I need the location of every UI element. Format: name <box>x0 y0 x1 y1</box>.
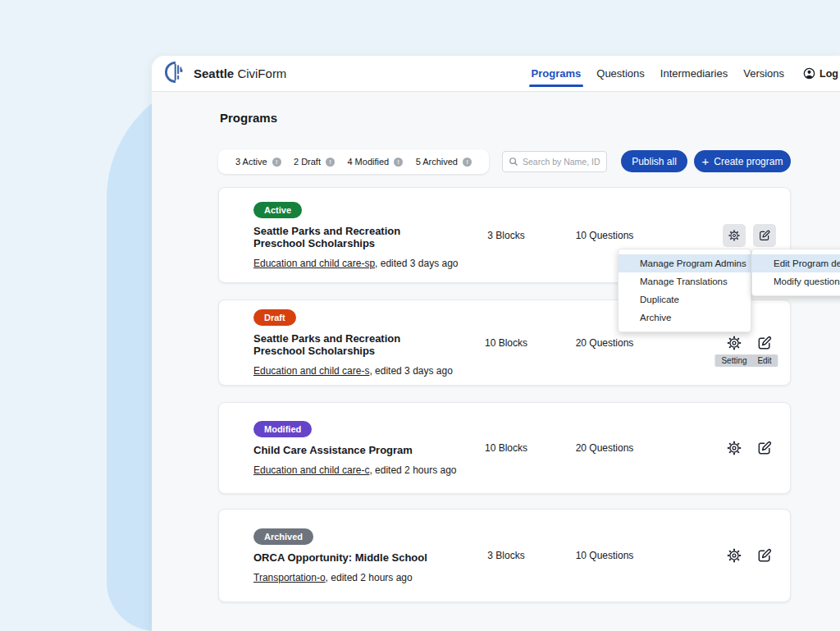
card-actions <box>723 437 776 460</box>
main-nav: Programs Questions Intermediaries Versio… <box>532 67 840 80</box>
status-badge: Modified <box>253 421 312 437</box>
brand-regular: CiviForm <box>237 66 286 80</box>
program-title: Child Care Assistance Program <box>253 444 413 456</box>
program-title: ORCA Opportunity: Middle School <box>253 551 427 564</box>
blocks-count: 10 Blocks <box>473 442 539 454</box>
program-title: Seattle Parks and Recreation Preschool S… <box>253 225 426 249</box>
program-meta: Transportation-o, edited 2 hours ago <box>253 572 413 583</box>
nav-tab-versions[interactable]: Versions <box>743 67 784 80</box>
status-filter-bar: 3 Active ! 2 Draft ! 4 Modified ! 5 Arch… <box>218 149 489 174</box>
status-badge: Draft <box>253 309 296 326</box>
program-edit-button[interactable] <box>753 544 776 567</box>
program-card-archived: Archived ORCA Opportunity: Middle School… <box>218 509 791 602</box>
status-badge: Active <box>253 202 302 218</box>
program-card-modified: Modified Child Care Assistance Program E… <box>218 402 791 494</box>
program-title: Seattle Parks and Recreation Preschool S… <box>253 332 426 357</box>
nav-tab-intermediaries[interactable]: Intermediaries <box>660 67 728 80</box>
brand: Seattle CiviForm <box>165 62 286 86</box>
card-actions <box>723 224 776 247</box>
card-actions <box>723 544 776 567</box>
info-icon: ! <box>272 158 281 167</box>
menu-item-modify-questions[interactable]: Modify questions <box>752 272 840 290</box>
settings-tooltip: Setting <box>714 354 753 367</box>
blocks-count: 10 Blocks <box>473 337 539 349</box>
program-settings-button[interactable] <box>723 544 746 567</box>
app-header: Seattle CiviForm Programs Questions Inte… <box>152 56 840 92</box>
filter-archived-label: 5 Archived <box>416 157 458 167</box>
logout-label: Log <box>819 68 838 80</box>
questions-count: 20 Questions <box>564 337 646 349</box>
filter-draft-label: 2 Draft <box>294 157 321 167</box>
questions-count: 10 Questions <box>564 230 646 241</box>
brand-bold: Seattle <box>194 66 234 80</box>
program-info: Modified Child Care Assistance Program E… <box>253 403 457 493</box>
edit-icon <box>756 547 773 564</box>
program-meta: Education and child care-s, edited 3 day… <box>253 365 453 377</box>
seattle-logo-icon <box>165 62 186 86</box>
edited-text: , edited 3 days ago <box>375 258 458 269</box>
nav-tab-programs[interactable]: Programs <box>532 67 582 80</box>
blocks-count: 3 Blocks <box>473 550 539 561</box>
category-link[interactable]: Education and child care-s <box>253 365 369 377</box>
program-info: Active Seattle Parks and Recreation Pres… <box>253 188 459 282</box>
questions-count: 10 Questions <box>564 550 646 561</box>
create-program-label: Create program <box>714 156 783 167</box>
program-info: Draft Seattle Parks and Recreation Presc… <box>253 300 453 385</box>
program-settings-button[interactable] <box>723 224 746 247</box>
menu-item-duplicate[interactable]: Duplicate <box>619 290 751 309</box>
edited-text: , edited 3 days ago <box>369 365 452 377</box>
category-link[interactable]: Education and child care-c <box>253 464 369 476</box>
program-edit-button[interactable] <box>753 224 776 247</box>
questions-count: 20 Questions <box>564 442 646 454</box>
status-badge: Archived <box>253 528 313 545</box>
logout-button[interactable]: Log <box>803 67 838 80</box>
edited-text: , edited 2 hours ago <box>326 572 413 583</box>
program-settings-button[interactable] <box>723 437 746 460</box>
info-icon: ! <box>463 158 472 167</box>
gear-icon <box>728 229 741 242</box>
program-info: Archived ORCA Opportunity: Middle School… <box>253 510 427 601</box>
person-icon <box>803 67 815 80</box>
edit-icon <box>756 440 773 456</box>
edited-text: , edited 2 hours ago <box>369 464 456 476</box>
category-link[interactable]: Transportation-o <box>253 572 326 583</box>
edit-dropdown-menu: Edit Program details Modify questions <box>751 249 840 296</box>
program-edit-button[interactable] <box>753 332 776 354</box>
edit-icon <box>758 229 771 242</box>
brand-name: Seattle CiviForm <box>194 66 286 80</box>
program-edit-button[interactable] <box>753 437 776 460</box>
filter-modified[interactable]: 4 Modified ! <box>347 157 403 167</box>
menu-item-manage-program-admins[interactable]: Manage Program Admins <box>619 254 751 272</box>
filter-archived[interactable]: 5 Archived ! <box>416 157 472 167</box>
search-input[interactable] <box>523 157 600 167</box>
plus-icon: + <box>702 155 710 167</box>
filter-modified-label: 4 Modified <box>347 157 389 167</box>
app-window: Seattle CiviForm Programs Questions Inte… <box>152 56 840 631</box>
card-actions: Setting Edit <box>723 332 776 354</box>
page-title: Programs <box>220 111 277 125</box>
create-program-button[interactable]: + Create program <box>694 150 791 172</box>
edit-icon <box>756 335 773 351</box>
blocks-count: 3 Blocks <box>473 230 539 241</box>
filter-draft[interactable]: 2 Draft ! <box>294 157 335 167</box>
gear-icon <box>726 547 742 564</box>
info-icon: ! <box>394 158 403 167</box>
program-meta: Education and child care-c, edited 2 hou… <box>253 464 457 476</box>
edit-tooltip: Edit <box>751 354 778 367</box>
gear-icon <box>726 335 742 351</box>
program-settings-button[interactable] <box>723 332 746 354</box>
filter-active[interactable]: 3 Active ! <box>235 157 281 167</box>
publish-all-label: Publish all <box>632 156 677 167</box>
menu-item-archive[interactable]: Archive <box>619 309 751 327</box>
gear-icon <box>726 440 742 456</box>
publish-all-button[interactable]: Publish all <box>621 150 687 172</box>
settings-dropdown-menu: Manage Program Admins Manage Translation… <box>618 249 751 332</box>
menu-item-edit-program-details[interactable]: Edit Program details <box>752 254 840 272</box>
category-link[interactable]: Education and child care-sp <box>253 258 375 269</box>
program-meta: Education and child care-sp, edited 3 da… <box>253 258 459 269</box>
filter-active-label: 3 Active <box>235 157 267 167</box>
search-box <box>502 151 607 172</box>
search-icon <box>509 157 518 167</box>
menu-item-manage-translations[interactable]: Manage Translations <box>619 272 751 290</box>
nav-tab-questions[interactable]: Questions <box>596 67 645 80</box>
